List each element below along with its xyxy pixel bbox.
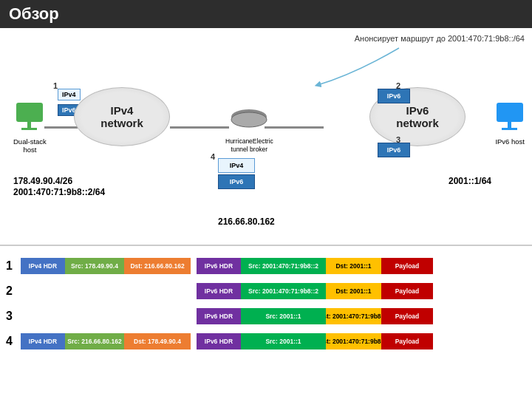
page-header: Обзор — [0, 0, 532, 28]
svg-rect-1 — [27, 122, 31, 128]
seg-payload: Payload — [381, 283, 433, 299]
ipv4-network-cloud: IPv4network — [74, 87, 170, 146]
dual-stack-monitor-icon — [16, 102, 44, 133]
seg-dst: Dst: 216.66.80.162 — [124, 258, 191, 274]
seg-gap2 — [21, 283, 197, 299]
seg-gap — [191, 258, 197, 274]
svg-rect-6 — [497, 103, 523, 122]
line-router-ipv6 — [265, 126, 324, 129]
addr-ipv6-left: 2001:470:71:9b8::2/64 — [13, 187, 105, 197]
annotation-arrow — [244, 44, 406, 89]
seg-src6: Src: 2001:470:71:9b8::2 — [241, 283, 326, 299]
svg-rect-0 — [16, 103, 43, 122]
seg-ipv6hdr: IPv6 HDR — [197, 308, 241, 324]
seg-gap2 — [21, 308, 197, 324]
annotation-text: Анонсирует маршрут до 2001:470:71:9b8::/… — [355, 34, 525, 43]
tunnel-ipv6-box: IPv6 — [218, 174, 255, 189]
svg-rect-7 — [508, 122, 511, 128]
divider — [0, 245, 532, 246]
ipv6-host-label: IPv6 host — [495, 137, 525, 146]
packet-table: 1IPv4 HDRSrc: 178.49.90.4Dst: 216.66.80.… — [0, 257, 532, 358]
seg-dst6: Dst: 2001:470:71:9b8::2 — [326, 308, 381, 324]
hurricane-router: HurricaneElectrictunnel broker — [225, 109, 273, 154]
dual-stack-host: Dual-stackhost — [13, 102, 47, 154]
badge-4: 4 — [211, 152, 215, 161]
right-cloud-ipv6-box: IPv6 — [378, 89, 410, 103]
seg-ipv6hdr: IPv6 HDR — [197, 283, 241, 299]
row-number-1: 1 — [6, 259, 21, 273]
diagram-area: Анонсирует маршрут до 2001:470:71:9b8::/… — [0, 28, 532, 246]
packet-row-4: 4IPv4 HDRSrc: 216.66.80.162Dst: 178.49.9… — [6, 332, 526, 350]
seg-dst6: Dst: 2001::1 — [326, 258, 381, 274]
page-title: Обзор — [9, 4, 59, 24]
seg-ipv4hdr: IPv4 HDR — [21, 333, 65, 349]
ipv6-host-monitor-icon — [496, 102, 524, 133]
seg-src6: Src: 2001::1 — [241, 308, 326, 324]
seg-src: Src: 178.49.90.4 — [65, 258, 124, 274]
packet-row-3: 3IPv6 HDRSrc: 2001::1Dst: 2001:470:71:9b… — [6, 307, 526, 325]
svg-rect-8 — [502, 128, 517, 130]
seg-payload: Payload — [381, 333, 433, 349]
packet-row-1: 1IPv4 HDRSrc: 178.49.90.4Dst: 216.66.80.… — [6, 257, 526, 275]
seg-src: Src: 216.66.80.162 — [65, 333, 124, 349]
addr-right: 2001::1/64 — [449, 176, 491, 186]
seg-src6: Src: 2001::1 — [241, 333, 326, 349]
seg-gap — [191, 333, 197, 349]
tunnel-ipv4-box: IPv4 — [218, 158, 255, 173]
svg-rect-2 — [21, 128, 37, 130]
ipv6-host: IPv6 host — [495, 102, 525, 146]
seg-ipv6hdr: IPv6 HDR — [197, 333, 241, 349]
addr-ipv4-left: 178.49.90.4/26 — [13, 176, 72, 186]
seg-ipv4hdr: IPv4 HDR — [21, 258, 65, 274]
addr-center: 216.66.80.162 — [218, 216, 275, 227]
line-ipv4-router — [170, 126, 229, 129]
router-icon — [230, 109, 268, 132]
ipv4-cloud-label: IPv4network — [100, 104, 143, 129]
seg-payload: Payload — [381, 308, 433, 324]
seg-dst: Dst: 178.49.90.4 — [124, 333, 191, 349]
seg-payload: Payload — [381, 258, 433, 274]
row-number-4: 4 — [6, 335, 21, 348]
row-number-2: 2 — [6, 284, 21, 298]
ipv6-cloud-label: IPv6network — [396, 104, 439, 129]
seg-src6: Src: 2001:470:71:9b8::2 — [241, 258, 326, 274]
row-number-3: 3 — [6, 310, 21, 323]
right-lower-ipv6-box: IPv6 — [378, 143, 410, 157]
seg-ipv6hdr: IPv6 HDR — [197, 258, 241, 274]
seg-dst6: Dst: 2001::1 — [326, 283, 381, 299]
dual-ipv4-box: IPv4 — [58, 89, 81, 100]
badge-1: 1 — [53, 81, 58, 90]
router-label: HurricaneElectrictunnel broker — [225, 137, 273, 154]
packet-row-2: 2IPv6 HDRSrc: 2001:470:71:9b8::2Dst: 200… — [6, 282, 526, 300]
dual-stack-label: Dual-stackhost — [13, 137, 47, 154]
seg-dst6: Dst: 2001:470:71:9b8::2 — [326, 333, 381, 349]
line-host-ipv4 — [44, 126, 78, 129]
